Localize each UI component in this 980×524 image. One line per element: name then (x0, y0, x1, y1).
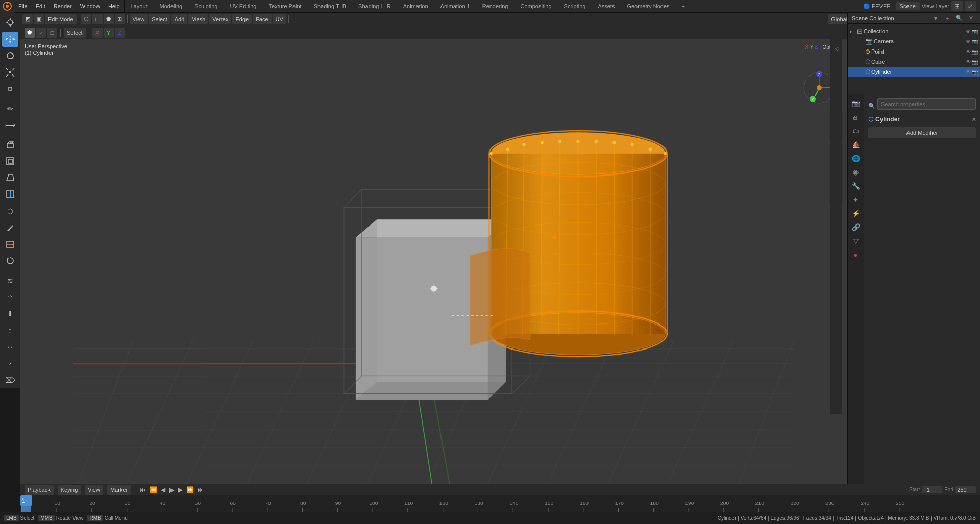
extrude-region[interactable] (2, 137, 18, 153)
jump-start-btn[interactable]: ⏮ (139, 485, 147, 494)
workspace-scripting[interactable]: Scripting (558, 0, 592, 12)
z-axis[interactable]: Z (115, 28, 125, 38)
workspace-geometry-nodes[interactable]: Geometry Nodes (621, 0, 675, 12)
close-panel-btn[interactable]: ✕ (966, 13, 976, 23)
workspace-sculpting[interactable]: Sculpting (188, 0, 224, 12)
cube-visibility-eye[interactable]: 👁 (966, 59, 971, 65)
mode-icon-1[interactable]: ◩ (22, 14, 33, 24)
constraints-props-icon[interactable]: 🔗 (849, 220, 863, 234)
properties-search-input[interactable] (877, 98, 976, 110)
workspace-animation1[interactable]: Animation 1 (434, 0, 476, 12)
select-edit-menu[interactable]: Select (64, 28, 86, 38)
push-pull-tool[interactable]: ↔ (2, 339, 18, 355)
rotate-tool[interactable] (2, 48, 18, 64)
modifier-props-icon active[interactable]: 🔧 (849, 179, 863, 192)
face-select-mode[interactable]: □ (47, 28, 57, 38)
loop-cut-tool[interactable] (2, 187, 18, 203)
workspace-add[interactable]: + (676, 0, 691, 12)
render-cam[interactable]: 📷 (972, 29, 978, 34)
playback-menu[interactable]: Playback (24, 485, 54, 495)
scene-props-icon[interactable]: ⛵ (849, 138, 863, 151)
cam-visibility-eye[interactable]: 👁 (966, 39, 971, 44)
view-layer-name[interactable]: View Layer (922, 3, 949, 9)
measure-tool[interactable]: ⟼ (2, 117, 18, 133)
display-icon-4[interactable]: ⊞ (115, 14, 125, 24)
display-icon-2[interactable]: □ (92, 14, 103, 24)
tree-item-camera[interactable]: 📷 Camera 👁 📷 (848, 36, 980, 46)
vertex-select-mode[interactable]: ⬟ (24, 28, 35, 38)
world-props-icon[interactable]: 🌐 (849, 152, 863, 165)
smooth-tool[interactable]: ≋ (2, 272, 18, 288)
pt-render[interactable]: 📷 (972, 49, 978, 55)
randomize-tool[interactable]: ⁘ (2, 289, 18, 305)
pt-visibility-eye[interactable]: 👁 (966, 49, 971, 55)
workspace-modeling[interactable]: Modeling (154, 0, 189, 12)
play-btn[interactable]: ▶ (168, 485, 176, 495)
data-props-icon[interactable]: ▽ (849, 234, 863, 247)
add-menu[interactable]: Add (172, 14, 188, 24)
prev-keyframe-btn[interactable]: ⏪ (149, 485, 158, 494)
workspace-rendering[interactable]: Rendering (476, 0, 514, 12)
fullscreen-btn[interactable]: ⤢ (965, 1, 976, 11)
keying-menu[interactable]: Keying (58, 485, 81, 495)
shrink-fatten-tool[interactable]: ↕ (2, 322, 18, 338)
output-props-icon[interactable]: 🖨 (849, 110, 863, 123)
edge-menu[interactable]: Edge (232, 14, 252, 24)
move-tool[interactable] (2, 32, 18, 47)
material-props-icon[interactable]: ● (849, 248, 863, 261)
tree-item-cube[interactable]: ⬡ Cube 👁 📷 (848, 57, 980, 67)
physics-props-icon[interactable]: ⚡ (849, 207, 863, 220)
prev-frame-btn[interactable]: ◀ (160, 485, 166, 494)
render-props-icon[interactable]: 📷 (849, 96, 863, 110)
transform-tool[interactable] (2, 81, 18, 97)
cube-render[interactable]: 📷 (972, 59, 978, 65)
spin-tool[interactable] (2, 253, 18, 269)
menu-help[interactable]: Help (104, 0, 124, 12)
uv-menu[interactable]: UV (273, 14, 286, 24)
workspace-uv-editing[interactable]: UV Editing (224, 0, 262, 12)
cursor-tool[interactable] (2, 15, 18, 31)
visibility-eye[interactable]: 👁 (966, 29, 971, 34)
screen-layout-btn[interactable]: ⊞ (951, 1, 963, 11)
mesh-menu[interactable]: Mesh (188, 14, 208, 24)
menu-file[interactable]: File (14, 0, 32, 12)
cyl-visibility-eye[interactable]: 👁 (966, 69, 971, 75)
annotate-tool[interactable]: ✏ (2, 101, 18, 116)
vertex-menu[interactable]: Vertex (209, 14, 231, 24)
tree-item-point[interactable]: ⊙ Point 👁 📷 (848, 46, 980, 57)
inset-faces[interactable] (2, 154, 18, 169)
engine-selector[interactable]: 🔵 EEVEE (860, 3, 894, 10)
edge-select-mode[interactable]: ⟋ (36, 28, 46, 38)
tree-item-collection[interactable]: ▸ ⊟ Collection 👁 📷 (848, 26, 980, 36)
workspace-animation[interactable]: Animation (397, 0, 434, 12)
menu-window[interactable]: Window (76, 0, 104, 12)
poly-build-tool[interactable]: ⬡ (2, 203, 18, 219)
knife-tool[interactable] (2, 220, 18, 236)
display-icon-1[interactable]: ⬡ (81, 14, 91, 24)
workspace-assets[interactable]: Assets (592, 0, 621, 12)
jump-end-btn[interactable]: ⏭ (197, 485, 205, 494)
end-frame-input[interactable] (955, 486, 976, 493)
particles-props-icon[interactable]: ✦ (849, 193, 863, 206)
menu-render[interactable]: Render (50, 0, 76, 12)
x-axis[interactable]: X (92, 28, 103, 38)
next-keyframe-btn[interactable]: ⏩ (185, 485, 195, 494)
rip-region-tool[interactable]: ⌦ (2, 372, 18, 388)
search-collection-btn[interactable]: 🔍 (954, 13, 964, 23)
timeline-view-menu[interactable]: View (85, 485, 103, 495)
modifier-expand-icon[interactable]: ✕ (972, 117, 976, 122)
filter-collection-btn[interactable]: ▼ (930, 13, 941, 23)
start-frame-input[interactable] (922, 486, 942, 493)
display-icon-3[interactable]: ⬟ (104, 14, 114, 24)
view-layer-props-icon[interactable]: 🗂 (849, 124, 863, 137)
face-menu[interactable]: Face (253, 14, 271, 24)
workspace-texture-paint[interactable]: Texture Paint (262, 0, 307, 12)
workspace-compositing[interactable]: Compositing (514, 0, 557, 12)
menu-edit[interactable]: Edit (32, 0, 50, 12)
view-menu[interactable]: View (130, 14, 148, 24)
marker-menu[interactable]: Marker (107, 485, 131, 495)
mode-icon-2[interactable]: ▣ (34, 14, 44, 24)
y-axis[interactable]: Y (104, 28, 114, 38)
next-frame-btn[interactable]: ▶ (177, 485, 184, 494)
tree-item-cylinder[interactable]: ⬡ Cylinder 👁 📷 (848, 67, 980, 77)
